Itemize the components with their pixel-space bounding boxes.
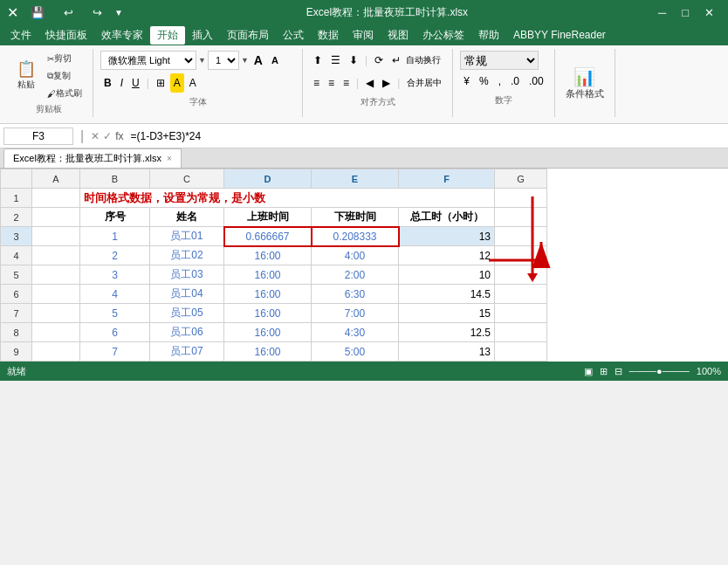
cell-F9[interactable]: 13 <box>399 342 495 362</box>
cell-F8[interactable]: 12.5 <box>399 323 495 342</box>
cell-B7[interactable]: 5 <box>80 304 150 323</box>
align-right-btn[interactable]: ≡ <box>340 73 353 93</box>
condition-format-btn[interactable]: 📊 条件格式 <box>562 59 608 107</box>
cell-E9[interactable]: 5:00 <box>312 342 399 362</box>
cell-E4[interactable]: 4:00 <box>312 246 399 265</box>
fill-color-btn[interactable]: A <box>170 73 184 93</box>
sheet-tab-main[interactable]: Excel教程：批量夜班工时计算.xlsx × <box>3 148 182 168</box>
cell-F5[interactable]: 10 <box>399 265 495 285</box>
cut-btn[interactable]: ✂ 剪切 <box>44 51 86 66</box>
underline-btn[interactable]: U <box>128 73 143 93</box>
cell-G1[interactable] <box>495 189 547 208</box>
copy-btn[interactable]: ⧉ 复制 <box>44 68 86 84</box>
number-format-select[interactable]: 常规 <box>460 51 539 70</box>
cell-G5[interactable] <box>495 265 547 285</box>
col-header-C[interactable]: C <box>150 169 224 189</box>
menu-review[interactable]: 审阅 <box>346 26 381 45</box>
border-btn[interactable]: ⊞ <box>153 73 168 93</box>
cell-A9[interactable] <box>32 342 80 362</box>
align-center-btn[interactable]: ≡ <box>325 73 338 93</box>
formula-input[interactable] <box>127 130 725 142</box>
decimal-dec-btn[interactable]: .00 <box>525 72 547 91</box>
undo-btn[interactable]: ↩ <box>57 4 80 21</box>
cell-D2[interactable]: 上班时间 <box>224 208 312 227</box>
font-color-btn[interactable]: A <box>186 73 200 93</box>
cell-A8[interactable] <box>32 323 80 342</box>
menu-insert[interactable]: 插入 <box>185 26 220 45</box>
cell-A7[interactable] <box>32 304 80 323</box>
paste-btn[interactable]: 📋 粘贴 <box>12 51 40 101</box>
cell-F2[interactable]: 总工时（小时） <box>399 208 495 227</box>
close-btn[interactable]: ✕ <box>697 4 721 21</box>
cell-G3[interactable] <box>495 227 547 246</box>
cell-B2[interactable]: 序号 <box>80 208 150 227</box>
cell-B6[interactable]: 4 <box>80 285 150 304</box>
menu-home[interactable]: 开始 <box>150 26 185 45</box>
menu-file[interactable]: 文件 <box>3 26 38 45</box>
cell-E8[interactable]: 4:30 <box>312 323 399 342</box>
indent-dec-btn[interactable]: ◀ <box>362 73 377 93</box>
zoom-slider[interactable]: ────●──── <box>629 366 690 376</box>
comma-btn[interactable]: , <box>495 72 505 91</box>
quick-save[interactable]: 💾 <box>24 4 52 21</box>
cell-A1[interactable] <box>32 189 80 208</box>
cell-A5[interactable] <box>32 265 80 285</box>
cell-B5[interactable]: 3 <box>80 265 150 285</box>
cell-ref-input[interactable] <box>3 127 73 145</box>
merge-btn[interactable]: 合并居中 <box>403 73 445 93</box>
align-middle-btn[interactable]: ☰ <box>327 51 344 70</box>
cell-B8[interactable]: 6 <box>80 323 150 342</box>
orient-btn[interactable]: ⟳ <box>371 51 387 70</box>
font-name-select[interactable]: 微软雅黑 Light <box>100 51 196 70</box>
normal-view-btn[interactable]: ▣ <box>584 366 593 377</box>
cell-G4[interactable] <box>495 246 547 265</box>
align-top-btn[interactable]: ⬆ <box>310 51 326 70</box>
menu-officetab[interactable]: 办公标签 <box>416 26 471 45</box>
italic-btn[interactable]: I <box>117 73 127 93</box>
minimize-btn[interactable]: ─ <box>651 4 673 21</box>
tab-close-btn[interactable]: × <box>167 154 172 163</box>
cell-E2[interactable]: 下班时间 <box>312 208 399 227</box>
cell-C2[interactable]: 姓名 <box>150 208 224 227</box>
redo-btn[interactable]: ↪ <box>86 4 109 21</box>
bold-btn[interactable]: B <box>100 73 115 93</box>
cell-A3[interactable] <box>32 227 80 246</box>
cell-F6[interactable]: 14.5 <box>399 285 495 304</box>
font-grow-btn[interactable]: A <box>251 51 266 70</box>
indent-inc-btn[interactable]: ▶ <box>379 73 394 93</box>
cell-E7[interactable]: 7:00 <box>312 304 399 323</box>
cell-C6[interactable]: 员工04 <box>150 285 224 304</box>
menu-formula[interactable]: 公式 <box>276 26 311 45</box>
cell-F4[interactable]: 12 <box>399 246 495 265</box>
cell-D5[interactable]: 16:00 <box>224 265 312 285</box>
menu-quickpanel[interactable]: 快捷面板 <box>38 26 94 45</box>
cell-E6[interactable]: 6:30 <box>312 285 399 304</box>
col-header-E[interactable]: E <box>312 169 399 189</box>
cell-C8[interactable]: 员工06 <box>150 323 224 342</box>
cell-D8[interactable]: 16:00 <box>224 323 312 342</box>
cell-G7[interactable] <box>495 304 547 323</box>
menu-data[interactable]: 数据 <box>311 26 346 45</box>
cell-D4[interactable]: 16:00 <box>224 246 312 265</box>
cell-B9[interactable]: 7 <box>80 342 150 362</box>
percent-btn[interactable]: % <box>476 72 492 91</box>
cell-D3[interactable]: 0.666667 <box>224 227 312 246</box>
menu-help[interactable]: 帮助 <box>471 26 506 45</box>
cell-F3[interactable]: 13 <box>399 227 495 246</box>
cell-B3[interactable]: 1 <box>80 227 150 246</box>
menu-layout[interactable]: 页面布局 <box>220 26 276 45</box>
maximize-btn[interactable]: □ <box>675 4 696 21</box>
pagebreak-view-btn[interactable]: ⊟ <box>615 366 622 377</box>
cell-E3[interactable]: 0.208333 <box>312 227 399 246</box>
cell-D7[interactable]: 16:00 <box>224 304 312 323</box>
autowrap-btn[interactable]: ↵ <box>388 51 404 70</box>
cell-B1[interactable]: 时间格式数据，设置为常规，是小数 <box>80 189 495 208</box>
align-bottom-btn[interactable]: ⬇ <box>346 51 361 70</box>
formula-cancel-icon[interactable]: ✕ <box>91 130 100 142</box>
cell-D6[interactable]: 16:00 <box>224 285 312 304</box>
font-size-select[interactable]: 11 <box>208 51 239 70</box>
cell-F7[interactable]: 15 <box>399 304 495 323</box>
menu-abbyy[interactable]: ABBYY FineReader <box>506 27 613 43</box>
cell-G8[interactable] <box>495 323 547 342</box>
formula-confirm-icon[interactable]: ✓ <box>103 130 112 142</box>
